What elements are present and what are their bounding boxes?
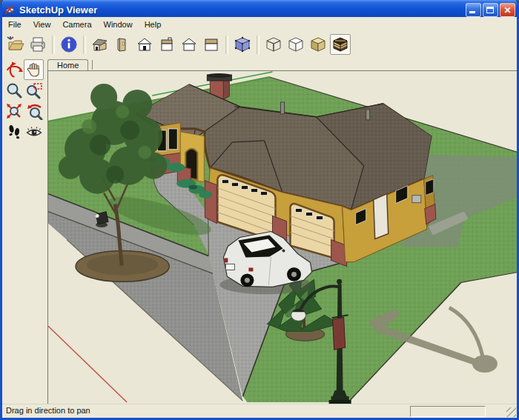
yard-light <box>96 212 109 227</box>
measurements-box[interactable] <box>410 406 486 417</box>
toolbar-separator <box>83 36 86 54</box>
license-plate <box>225 264 234 270</box>
window-title: SketchUp Viewer <box>19 4 464 16</box>
toolbar-separator <box>257 36 260 54</box>
menu-camera[interactable]: Camera <box>56 19 97 30</box>
tab-separator <box>92 60 93 70</box>
menu-view[interactable]: View <box>27 19 57 30</box>
orbit-icon <box>5 61 23 79</box>
view-top-button[interactable] <box>201 34 222 55</box>
view-left-button[interactable] <box>179 34 199 55</box>
pan-tool-button[interactable] <box>24 59 44 80</box>
textured-style-button[interactable] <box>330 34 351 55</box>
status-bar: Drag in direction to pan <box>2 404 517 418</box>
scene-tab-bar: Home <box>47 58 519 70</box>
pan-icon <box>25 61 43 79</box>
shaded-style-button[interactable] <box>308 34 328 55</box>
window <box>426 179 434 196</box>
model-info-icon <box>60 36 78 53</box>
view-back-button[interactable] <box>156 34 177 55</box>
zoom-tool-button[interactable] <box>4 80 24 101</box>
close-icon: ✕ <box>500 4 515 17</box>
print-icon <box>29 36 47 53</box>
hidden-line-style-button[interactable] <box>285 34 306 55</box>
main-toolbar <box>2 31 517 58</box>
textured-style-icon <box>331 36 349 53</box>
status-message: Drag in direction to pan <box>6 406 90 415</box>
toolbar-separator <box>225 36 228 54</box>
zoom-icon <box>5 81 23 99</box>
menu-help[interactable]: Help <box>139 19 168 30</box>
close-button[interactable]: ✕ <box>500 3 515 17</box>
walk-tool-button[interactable] <box>4 121 24 142</box>
toolbar-separator <box>52 36 55 54</box>
shaded-style-icon <box>309 36 327 53</box>
wireframe-style-button[interactable] <box>263 34 284 55</box>
app-window: SketchUp Viewer ✕ File View Camera Windo… <box>0 0 519 420</box>
zoom-window-icon <box>25 81 43 99</box>
view-iso-icon <box>91 36 109 53</box>
open-file-button[interactable] <box>5 34 26 55</box>
walk-icon <box>5 123 23 141</box>
previous-view-tool-button[interactable] <box>24 101 44 121</box>
utility-box <box>412 196 421 203</box>
tab-home[interactable]: Home <box>47 59 88 70</box>
house-model-scene <box>48 71 518 404</box>
roof-vent <box>280 102 284 114</box>
view-front-icon <box>136 36 153 53</box>
menu-file[interactable]: File <box>2 19 27 30</box>
minimize-icon <box>469 11 475 13</box>
model-viewport[interactable] <box>47 70 519 404</box>
side-door <box>374 194 389 239</box>
view-left-icon <box>180 36 198 53</box>
resize-grip[interactable] <box>506 407 516 417</box>
previous-view-icon <box>25 102 43 120</box>
tool-palette <box>2 58 47 404</box>
sketchup-logo-icon <box>4 4 16 16</box>
minimize-button[interactable] <box>466 3 481 17</box>
orbit-tool-button[interactable] <box>4 59 24 80</box>
menu-bar: File View Camera Window Help <box>2 17 517 32</box>
zoom-extents-tool-button[interactable] <box>4 101 24 121</box>
look-around-tool-button[interactable] <box>24 121 44 142</box>
view-iso-button[interactable] <box>90 34 110 55</box>
look-around-icon <box>25 123 43 141</box>
model-info-button[interactable] <box>59 34 79 55</box>
xray-style-icon <box>234 36 251 53</box>
print-button[interactable] <box>27 34 48 55</box>
xray-style-button[interactable] <box>232 34 253 55</box>
zoom-extents-icon <box>5 102 23 120</box>
view-right-icon <box>113 36 131 53</box>
wireframe-style-icon <box>265 36 282 53</box>
entry <box>177 132 204 187</box>
roof-vent <box>366 110 370 120</box>
lamp-banner <box>333 317 346 350</box>
view-back-icon <box>158 36 176 53</box>
menu-window[interactable]: Window <box>98 19 139 30</box>
maximize-icon <box>486 7 494 13</box>
open-file-icon <box>7 36 24 53</box>
view-right-button[interactable] <box>112 34 133 55</box>
hidden-line-style-icon <box>287 36 305 53</box>
view-top-icon <box>202 36 220 53</box>
zoom-window-tool-button[interactable] <box>24 80 44 101</box>
view-front-button[interactable] <box>134 34 155 55</box>
maximize-button[interactable] <box>483 3 498 17</box>
